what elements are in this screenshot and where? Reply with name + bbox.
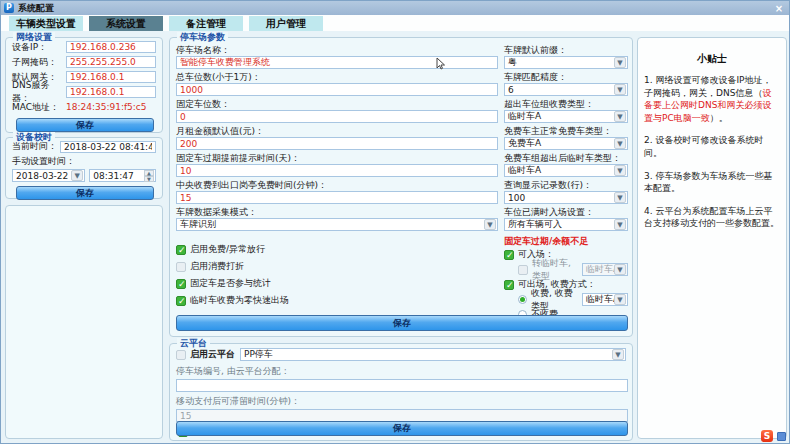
free-pass-checkbox[interactable] (176, 245, 186, 255)
free-owner-type-label: 免费车主正常免费车类型： (504, 126, 628, 137)
free-group-over-value: 临时车A (505, 164, 614, 177)
chevron-down-icon[interactable]: ▼ (614, 84, 626, 95)
free-owner-type-select[interactable]: 免费车A ▼ (504, 137, 628, 150)
expire-remind-label: 固定车过期提前提示时间(天)： (176, 153, 498, 164)
to-temp-checkbox[interactable] (518, 265, 528, 275)
chevron-down-icon[interactable]: ▼ (614, 57, 626, 68)
zero-fee-exit-label: 临时车收费为零快速出场 (190, 294, 289, 307)
chevron-down-icon[interactable]: ▼ (612, 349, 624, 360)
can-enter-checkbox[interactable] (504, 250, 514, 260)
chevron-down-icon[interactable]: ▼ (484, 219, 496, 230)
central-pay-free-input[interactable] (176, 191, 498, 204)
capture-mode-select[interactable]: 车牌识别 ▼ (176, 218, 498, 231)
device-ip-input[interactable] (66, 41, 156, 53)
dns-server-input[interactable] (66, 86, 156, 98)
zero-fee-exit-row: 临时车收费为零快速出场 (176, 292, 498, 309)
tab-strip: 车辆类型设置 系统设置 备注管理 用户管理 (1, 15, 789, 31)
plate-prefix-select[interactable]: 粤 ▼ (504, 56, 628, 69)
lot-number-label: 停车场编号, 由云平台分配： (176, 365, 626, 378)
can-exit-checkbox[interactable] (504, 280, 514, 290)
charge-row: 收费, 收费类型 临时车A ▼ (504, 292, 628, 307)
monthly-fee-input[interactable] (176, 137, 498, 150)
tip-item-1: 1. 网络设置可修改设备IP地址，子网掩码，网关，DNS信息（设备要上公网时DN… (644, 74, 780, 124)
discount-row: 启用消费打折 (176, 258, 498, 275)
chevron-down-icon[interactable]: ▼ (614, 138, 626, 149)
network-save-button[interactable]: 保存 (16, 118, 154, 132)
monthly-fee-label: 月租金额默认值(元)： (176, 126, 498, 137)
free-group-over-select[interactable]: 临时车A ▼ (504, 164, 628, 177)
discount-checkbox[interactable] (176, 262, 186, 272)
close-icon[interactable]: × (772, 3, 786, 14)
gateway-input[interactable] (66, 71, 156, 83)
time-value: 08:31:47 (90, 171, 144, 181)
to-temp-type-select[interactable]: 临时车A ▼ (582, 263, 628, 276)
time-spinner[interactable]: 08:31:47 ▲▼ (89, 169, 156, 182)
chevron-down-icon[interactable]: ▼ (614, 294, 626, 305)
fixed-spaces-input[interactable] (176, 110, 498, 123)
over-group-type-label: 超出车位组收费类型： (504, 99, 628, 110)
fixed-stat-checkbox[interactable] (176, 279, 186, 289)
spin-down-icon[interactable]: ▼ (144, 176, 154, 182)
enable-cloud-label: 启用云平台 (190, 348, 235, 361)
expire-remind-input[interactable] (176, 164, 498, 177)
current-time-value (60, 141, 156, 153)
enable-cloud-checkbox[interactable] (176, 350, 186, 360)
expired-heading: 固定车过期/余额不足 (504, 235, 628, 247)
plate-precision-select[interactable]: 6 ▼ (504, 83, 628, 96)
chevron-down-icon[interactable]: ▼ (71, 170, 83, 181)
plate-prefix-value: 粤 (505, 56, 614, 69)
sogou-ime-icon[interactable]: S (761, 430, 773, 442)
chevron-down-icon[interactable]: ▼ (614, 264, 626, 275)
date-value: 2018-03-22 (13, 171, 71, 181)
lot-full-entry-label: 车位已满时入场设置： (504, 207, 628, 218)
time-save-button[interactable]: 保存 (16, 186, 154, 200)
tip-item-3: 3. 停车场参数为车场系统一些基本配置。 (644, 170, 780, 195)
chevron-down-icon[interactable]: ▼ (614, 192, 626, 203)
lot-full-entry-select[interactable]: 所有车辆可入 ▼ (504, 218, 628, 231)
empty-panel (5, 205, 163, 439)
tab-remark-management[interactable]: 备注管理 (169, 16, 243, 31)
chevron-down-icon[interactable]: ▼ (614, 165, 626, 176)
tab-vehicle-type-settings[interactable]: 车辆类型设置 (9, 16, 83, 31)
subnet-mask-input[interactable] (66, 56, 156, 68)
total-spaces-input[interactable] (176, 83, 498, 96)
plate-precision-label: 车牌匹配精度： (504, 72, 628, 83)
lot-full-entry-value: 所有车辆可入 (505, 218, 614, 231)
central-pay-free-label: 中央收费到出口岗亭免费时间(分钟)： (176, 180, 498, 191)
spinner-arrows[interactable]: ▲▼ (144, 170, 154, 181)
over-group-type-select[interactable]: 临时车A ▼ (504, 110, 628, 123)
free-owner-type-value: 免费车A (505, 137, 614, 150)
fixed-stat-label: 固定车是否参与统计 (190, 277, 271, 290)
zero-fee-exit-checkbox[interactable] (176, 296, 186, 306)
to-temp-row: 转临时车, 类型 临时车A ▼ (504, 262, 628, 277)
lot-number-input[interactable] (176, 379, 628, 392)
date-picker[interactable]: 2018-03-22 ▼ (12, 169, 85, 182)
lot-name-input[interactable] (176, 56, 498, 69)
app-icon: P (4, 3, 14, 13)
parking-left-column: 停车场名称： 总车位数(小于1万)： 固定车位数： 月租金额默认值(元)： 固定… (176, 45, 498, 309)
group-title: 设备校时 (13, 132, 55, 142)
to-temp-type-value: 临时车A (583, 263, 614, 276)
cloud-platform-select[interactable]: PP停车 ▼ (240, 348, 626, 361)
tab-system-settings[interactable]: 系统设置 (89, 16, 163, 31)
charge-radio[interactable] (518, 295, 527, 304)
mac-address-label: MAC地址： (12, 101, 66, 114)
cloud-save-button[interactable]: 保存 (176, 421, 628, 436)
charge-type-value: 临时车A (583, 293, 614, 306)
over-group-type-value: 临时车A (505, 110, 614, 123)
time-calibration-group: 设备校时 当前时间： 手动设置时间： 2018-03-22 ▼ 08:31:47… (5, 137, 163, 199)
tip-1-suffix: ）。 (710, 113, 728, 123)
query-rows-select[interactable]: 100 ▼ (504, 191, 628, 204)
ime-tray-icon[interactable] (777, 432, 786, 441)
device-ip-label: 设备IP： (12, 41, 66, 54)
charge-type-select[interactable]: 临时车A ▼ (582, 293, 628, 306)
free-pass-row: 启用免费/异常放行 (176, 241, 498, 258)
plate-prefix-label: 车牌默认前缀： (504, 45, 628, 56)
plate-precision-value: 6 (505, 85, 614, 95)
tab-user-management[interactable]: 用户管理 (249, 16, 323, 31)
parking-right-column: 车牌默认前缀： 粤 ▼ 车牌匹配精度： 6 ▼ 超出车位组收费类型： (504, 45, 628, 321)
total-spaces-label: 总车位数(小于1万)： (176, 72, 498, 83)
chevron-down-icon[interactable]: ▼ (614, 219, 626, 230)
chevron-down-icon[interactable]: ▼ (614, 111, 626, 122)
parking-save-button[interactable]: 保存 (176, 315, 628, 331)
